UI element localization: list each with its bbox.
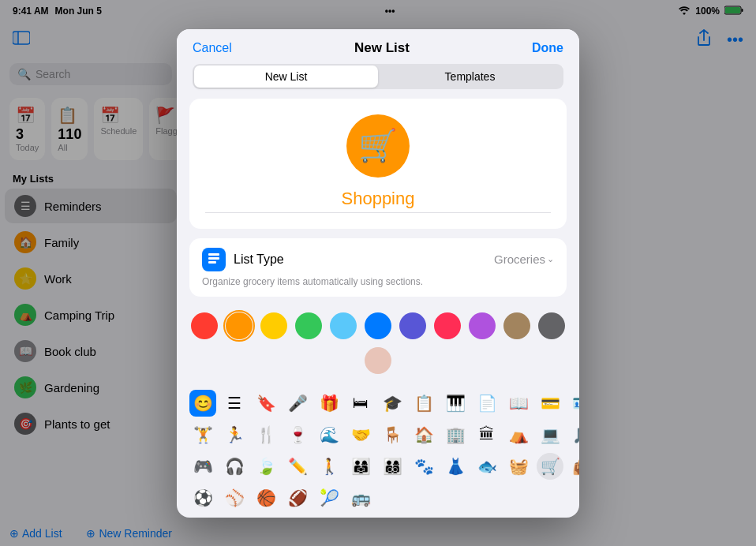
icon-tennis[interactable]: 🎾 — [316, 484, 342, 511]
icon-dress[interactable]: 👗 — [442, 453, 469, 480]
icon-pen[interactable]: ✏️ — [284, 453, 311, 480]
icon-football[interactable]: 🏈 — [284, 484, 311, 511]
color-orange[interactable] — [226, 312, 253, 339]
icon-chair[interactable]: 🪑 — [379, 421, 406, 448]
list-type-value[interactable]: Groceries ⌄ — [494, 252, 554, 266]
icon-bed[interactable]: 🛏 — [347, 390, 374, 417]
icon-graduation[interactable]: 🎓 — [379, 390, 406, 417]
modal-overlay: Cancel New List Done New List Templates … — [0, 0, 756, 546]
list-type-row: List Type Groceries ⌄ — [202, 248, 554, 271]
icon-card2[interactable]: 🪪 — [568, 390, 579, 417]
icon-music[interactable]: 🎵 — [568, 421, 579, 448]
icon-gamepad[interactable]: 🎮 — [189, 453, 216, 480]
new-list-modal: Cancel New List Done New List Templates … — [177, 29, 579, 518]
icon-fork[interactable]: 🍴 — [253, 421, 279, 448]
chevron-down-icon: ⌄ — [547, 254, 554, 264]
color-red[interactable] — [191, 312, 218, 339]
icon-baseball[interactable]: ⚾ — [221, 484, 248, 511]
icon-handshake[interactable]: 🤝 — [347, 421, 374, 448]
list-name-section: 🛒 — [189, 99, 567, 229]
icon-emoji[interactable]: 😊 — [189, 390, 216, 417]
icon-grid: 😊 ☰ 🔖 🎤 🎁 🛏 🎓 📋 🎹 📄 📖 💳 🪪 📷 🏋 🏃 🍴 🍷 — [189, 390, 567, 511]
icon-document[interactable]: 📄 — [473, 390, 500, 417]
svg-rect-6 — [208, 253, 219, 256]
list-name-input[interactable] — [205, 189, 551, 213]
icon-grid-section: 😊 ☰ 🔖 🎤 🎁 🛏 🎓 📋 🎹 📄 📖 💳 🪪 📷 🏋 🏃 🍴 🍷 — [177, 383, 579, 518]
cancel-button[interactable]: Cancel — [193, 41, 232, 55]
icon-cart[interactable]: 🛒 — [537, 453, 563, 480]
segmented-control: New List Templates — [193, 64, 563, 89]
list-type-label: List Type — [234, 252, 284, 267]
icon-leaf[interactable]: 🍃 — [253, 453, 279, 480]
list-type-hint: Organize grocery items automatically usi… — [202, 276, 554, 287]
icon-family2[interactable]: 👨‍👩‍👧 — [347, 453, 374, 480]
modal-title: New List — [354, 40, 410, 56]
icon-building[interactable]: 🏢 — [442, 421, 469, 448]
color-purple[interactable] — [469, 312, 496, 339]
icon-wine[interactable]: 🍷 — [284, 421, 311, 448]
icon-clipboard[interactable]: 📋 — [410, 390, 437, 417]
icon-house[interactable]: 🏠 — [410, 421, 437, 448]
icon-basketball[interactable]: 🏀 — [253, 484, 279, 511]
done-button[interactable]: Done — [532, 41, 563, 55]
icon-tent[interactable]: ⛺ — [505, 421, 532, 448]
color-blue[interactable] — [365, 312, 391, 339]
color-brown[interactable] — [503, 312, 530, 339]
svg-rect-7 — [208, 257, 219, 260]
icon-bus[interactable]: 🚌 — [347, 484, 374, 511]
color-light-blue[interactable] — [330, 312, 357, 339]
color-dark-gray[interactable] — [538, 312, 565, 339]
color-picker — [177, 303, 579, 383]
icon-book[interactable]: 📖 — [505, 390, 532, 417]
tab-new-list[interactable]: New List — [194, 65, 378, 88]
icon-bookmark[interactable]: 🔖 — [253, 390, 279, 417]
tab-templates[interactable]: Templates — [378, 65, 562, 88]
icon-list[interactable]: ☰ — [221, 390, 248, 417]
icon-gym[interactable]: 🏋 — [189, 421, 216, 448]
icon-run[interactable]: 🏃 — [221, 421, 248, 448]
icon-mic[interactable]: 🎤 — [284, 390, 311, 417]
color-light-pink[interactable] — [365, 347, 391, 374]
icon-card[interactable]: 💳 — [537, 390, 563, 417]
list-type-left: List Type — [202, 248, 284, 271]
icon-wave[interactable]: 🌊 — [316, 421, 342, 448]
icon-bank[interactable]: 🏛 — [473, 421, 500, 448]
list-icon-large[interactable]: 🛒 — [346, 114, 410, 178]
icon-person[interactable]: 🚶 — [316, 453, 342, 480]
color-yellow[interactable] — [260, 312, 287, 339]
icon-gift[interactable]: 🎁 — [316, 390, 342, 417]
list-type-section: List Type Groceries ⌄ Organize grocery i… — [189, 238, 567, 297]
list-type-icon — [202, 248, 226, 271]
color-pink[interactable] — [434, 312, 461, 339]
icon-bag[interactable]: 👜 — [568, 453, 579, 480]
icon-fish[interactable]: 🐟 — [473, 453, 500, 480]
color-green[interactable] — [295, 312, 322, 339]
color-indigo[interactable] — [399, 312, 426, 339]
icon-headphones[interactable]: 🎧 — [221, 453, 248, 480]
icon-family3[interactable]: 👨‍👩‍👦‍👦 — [379, 453, 406, 480]
svg-rect-8 — [208, 261, 216, 264]
groceries-value: Groceries — [494, 252, 545, 266]
icon-piano[interactable]: 🎹 — [442, 390, 469, 417]
icon-paw[interactable]: 🐾 — [410, 453, 437, 480]
modal-header: Cancel New List Done — [177, 29, 579, 64]
icon-laptop[interactable]: 💻 — [537, 421, 563, 448]
icon-soccer[interactable]: ⚽ — [189, 484, 216, 511]
icon-basket[interactable]: 🧺 — [505, 453, 532, 480]
